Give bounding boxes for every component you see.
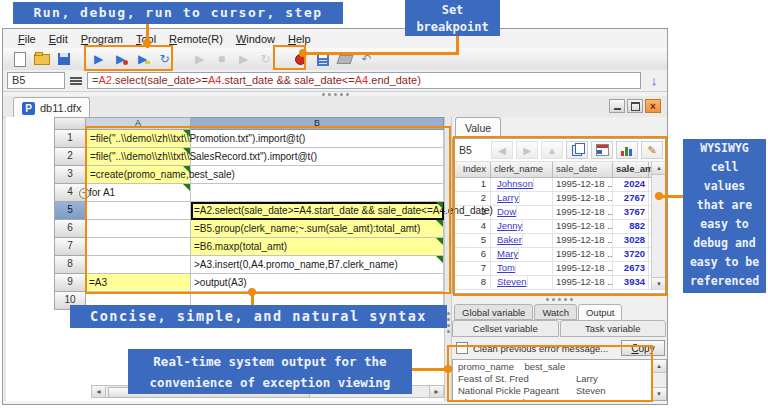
scroll-right-icon[interactable]: ▸ <box>429 386 443 397</box>
column-header-a[interactable]: A <box>86 117 191 130</box>
formula-input[interactable]: =A2.select(sale_date>=A4.start_date && s… <box>87 72 641 89</box>
cell-note-triangle <box>436 202 443 209</box>
row-header-6[interactable]: 6 <box>54 220 86 238</box>
record-link[interactable]: Johnson <box>494 178 534 189</box>
value-cell[interactable]: Larry <box>491 192 553 205</box>
cell-A6[interactable] <box>86 220 191 238</box>
output-text[interactable]: promo_name best_sale Feast of St. FredLa… <box>453 360 651 400</box>
menu-item-remoter[interactable]: Remote(R) <box>164 32 228 46</box>
tab-global-variable[interactable]: Global variable <box>454 304 533 320</box>
close-icon[interactable]: × <box>645 99 661 113</box>
row-header-4[interactable]: 4− <box>54 184 86 202</box>
menu-item-file[interactable]: File <box>13 32 41 46</box>
row-header-1[interactable]: 1 <box>54 130 86 148</box>
run-icon[interactable]: ▶ <box>90 51 107 67</box>
record-link[interactable]: Larry <box>494 192 520 203</box>
menu-item-program[interactable]: Program <box>76 32 128 46</box>
expression-toggle-icon[interactable] <box>69 75 83 87</box>
tab-value[interactable]: Value <box>455 117 501 139</box>
value-col-sale_amt[interactable]: sale_amt <box>613 162 649 177</box>
clean-error-checkbox[interactable] <box>456 342 468 354</box>
step-icon[interactable]: ↻ <box>156 51 173 67</box>
copy-value-icon[interactable] <box>566 141 588 159</box>
cell-B9[interactable]: >output(A3) <box>191 274 444 292</box>
cell-A1[interactable] <box>86 130 191 148</box>
cell-A7[interactable] <box>86 238 191 256</box>
value-cell[interactable]: Johnson <box>491 178 553 191</box>
grid-corner-cell[interactable] <box>54 117 86 130</box>
row-header-8[interactable]: 8 <box>54 256 86 274</box>
cell-B4[interactable] <box>191 184 444 202</box>
copy-button[interactable]: Copy <box>621 340 665 356</box>
cell-A4[interactable]: for A1 <box>86 184 191 202</box>
run-to-cursor-icon[interactable]: ▶ <box>134 51 151 67</box>
menu-item-window[interactable]: Window <box>231 32 280 46</box>
open-file-icon[interactable] <box>33 51 50 67</box>
scroll-left-icon[interactable]: ◂ <box>92 386 106 397</box>
new-file-icon[interactable] <box>11 51 28 67</box>
scroll-up-icon[interactable]: ▴ <box>652 360 666 373</box>
record-link[interactable]: Baker <box>494 234 523 245</box>
cell-B8[interactable]: >A3.insert(0,A4.promo_name,B7.clerk_name… <box>191 256 444 274</box>
cell-A9[interactable]: =A3 <box>86 274 191 292</box>
scroll-down-icon[interactable]: ▾ <box>652 387 666 400</box>
column-header-b[interactable]: B <box>191 117 444 130</box>
edit-pencil-icon[interactable]: ✎ <box>641 141 663 159</box>
tab-db11-dfx[interactable]: P db11.dfx <box>13 97 90 118</box>
cell-A2[interactable] <box>86 148 191 166</box>
scroll-up-icon[interactable]: ▴ <box>652 162 666 175</box>
value-col-clerk_name[interactable]: clerk_name <box>491 162 553 177</box>
cell-B1[interactable] <box>191 130 444 148</box>
tab-cellset-variable[interactable]: Cellset variable <box>452 320 559 337</box>
tab-watch[interactable]: Watch <box>534 304 577 320</box>
value-cell[interactable]: Tom <box>491 262 553 275</box>
record-link[interactable]: Steven <box>494 276 528 287</box>
cell-note-triangle <box>436 238 443 245</box>
value-cell[interactable]: Jenny <box>491 220 553 233</box>
expand-formula-icon[interactable]: ↓ <box>645 73 663 88</box>
value-table-scrollbar[interactable]: ▴ ▾ <box>651 162 666 290</box>
record-link[interactable]: Tom <box>494 262 516 273</box>
value-cell[interactable]: Mary <box>491 248 553 261</box>
value-col-Index[interactable]: Index <box>453 162 491 177</box>
cell-reference-box[interactable]: B5 <box>7 72 65 89</box>
cell-B6[interactable]: =B5.group(clerk_name;~.sum(sale_amt):tot… <box>191 220 444 238</box>
cell-A8[interactable] <box>86 256 191 274</box>
cell-B5[interactable]: =A2.select(sale_date>=A4.start_date && s… <box>191 202 444 220</box>
record-link[interactable]: Mary <box>494 248 519 259</box>
tab-output[interactable]: Output <box>578 304 623 321</box>
value-cell[interactable]: Baker <box>491 234 553 247</box>
menu-item-edit[interactable]: Edit <box>44 32 73 46</box>
record-link[interactable]: Dow <box>494 206 517 217</box>
row-header-2[interactable]: 2 <box>54 148 86 166</box>
restore-icon[interactable] <box>627 99 643 113</box>
value-cell[interactable]: Dow <box>491 206 553 219</box>
row-header-3[interactable]: 3 <box>54 166 86 184</box>
value-cell[interactable]: Steven <box>491 276 553 289</box>
save-icon[interactable] <box>55 51 72 67</box>
cell-B7[interactable]: =B6.maxp(total_amt) <box>191 238 444 256</box>
row-header-5[interactable]: 5 <box>54 202 86 220</box>
value-col-sale_date[interactable]: sale_date <box>553 162 613 177</box>
cell-A5[interactable] <box>86 202 191 220</box>
value-splitter-handle[interactable] <box>452 298 667 301</box>
minimize-icon[interactable] <box>609 99 625 113</box>
value-table-row: 8Steven1995-12-18 ..3934 <box>453 276 651 290</box>
menu-item-help[interactable]: Help <box>283 32 316 46</box>
cell-A3[interactable] <box>86 166 191 184</box>
scroll-down-icon[interactable]: ▾ <box>652 277 666 290</box>
collapse-toggle-icon[interactable]: − <box>79 188 90 199</box>
tab-task-variable[interactable]: Task variable <box>560 320 667 337</box>
output-scrollbar[interactable]: ▴ ▾ <box>651 360 666 400</box>
form-view-icon[interactable] <box>591 141 613 159</box>
chart-icon[interactable] <box>616 141 638 159</box>
cell-B2[interactable] <box>191 148 444 166</box>
debug-icon[interactable]: ▶ <box>112 51 129 67</box>
grid-row: 6=B5.group(clerk_name;~.sum(sale_amt):to… <box>54 220 444 238</box>
cell-B3[interactable] <box>191 166 444 184</box>
row-header-9[interactable]: 9 <box>54 274 86 292</box>
row-header-7[interactable]: 7 <box>54 238 86 256</box>
panel-splitter-handle[interactable] <box>447 312 450 333</box>
record-link[interactable]: Jenny <box>494 220 523 231</box>
panel-splitter[interactable] <box>444 117 452 401</box>
